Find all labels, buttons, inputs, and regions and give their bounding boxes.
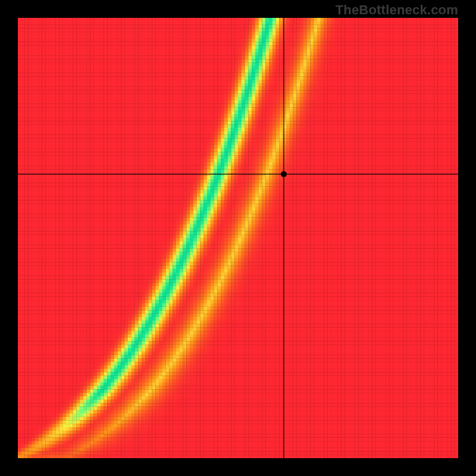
bottleneck-heatmap bbox=[18, 18, 458, 458]
watermark-text: TheBottleneck.com bbox=[336, 2, 458, 18]
chart-frame: TheBottleneck.com bbox=[0, 0, 476, 476]
